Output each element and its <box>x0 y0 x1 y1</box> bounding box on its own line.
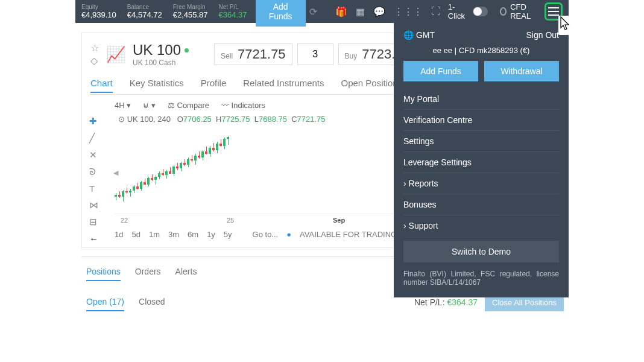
tab-positions[interactable]: Positions <box>86 263 121 281</box>
tab-open-positions[interactable]: Open Positions <box>341 78 402 93</box>
tab-orders[interactable]: Orders <box>135 263 161 281</box>
gift-icon[interactable]: 🎁 <box>335 6 347 17</box>
candle <box>115 135 117 202</box>
range-1y[interactable]: 1y <box>207 230 215 239</box>
candle <box>209 135 211 202</box>
candle <box>118 135 121 202</box>
quantity-input[interactable]: 3 <box>297 43 333 65</box>
brush-tool-icon[interactable]: ᘐ <box>89 167 98 177</box>
candle <box>201 135 204 202</box>
range-5y[interactable]: 5y <box>224 230 232 239</box>
netpl-value: €364.37 <box>219 10 247 19</box>
text-tool-icon[interactable]: T <box>89 183 98 194</box>
cursor-icon <box>558 16 572 35</box>
candle <box>183 135 186 202</box>
free-margin-value: €2,455.87 <box>173 10 208 19</box>
range-1d[interactable]: 1d <box>115 230 123 239</box>
account-metrics: Equity €4,939.10 Balance €4,574.72 Free … <box>81 4 247 19</box>
trend-icon: 📈 <box>106 45 125 64</box>
candle <box>180 135 182 202</box>
candle <box>198 135 200 202</box>
measure-tool-icon[interactable]: ⊟ <box>89 217 98 227</box>
tab-chart[interactable]: Chart <box>90 78 113 93</box>
candle <box>147 135 150 202</box>
favorite-icon[interactable]: ☆ <box>90 42 99 54</box>
menu-item-support[interactable]: › Support <box>403 215 559 236</box>
candle <box>140 135 142 202</box>
sell-button[interactable]: Sell 7721.75 <box>214 43 292 65</box>
tab-key-statistics[interactable]: Key Statistics <box>130 78 184 93</box>
netpl-footer-value: €364.37 <box>447 297 478 307</box>
menu-withdrawal-button[interactable]: Withdrawal <box>484 61 559 81</box>
bookmark-icon[interactable]: ◇ <box>90 55 99 66</box>
fork-tool-icon[interactable]: ✕ <box>89 150 98 160</box>
netpl-footer-label: Net P/L: <box>414 297 445 307</box>
tab-related[interactable]: Related Instruments <box>243 78 324 93</box>
pattern-tool-icon[interactable]: ⋈ <box>89 200 98 211</box>
candle-style-select[interactable]: ⊍ ▾ <box>143 101 156 110</box>
menu-item-myportal[interactable]: My Portal <box>403 89 559 109</box>
candle <box>187 135 189 202</box>
tab-profile[interactable]: Profile <box>201 78 227 93</box>
candle <box>158 135 160 202</box>
instrument-name: UK 100 <box>133 42 181 59</box>
market-open-icon <box>185 48 189 52</box>
top-bar: Equity €4,939.10 Balance €4,574.72 Free … <box>75 0 569 23</box>
back-arrow-icon[interactable]: ← <box>89 233 98 244</box>
switch-to-demo-button[interactable]: Switch to Demo <box>403 241 559 262</box>
candle <box>227 135 229 202</box>
grid-icon[interactable]: ⋮⋮⋮ <box>394 6 423 17</box>
account-indicator-icon <box>500 7 507 16</box>
candle <box>151 135 153 202</box>
candle <box>219 135 222 202</box>
refresh-icon[interactable]: ⟳ <box>309 6 317 17</box>
menu-item-bonuses[interactable]: Bonuses <box>403 194 559 215</box>
range-1m[interactable]: 1m <box>149 230 160 239</box>
menu-add-funds-button[interactable]: Add Funds <box>403 61 478 81</box>
drawing-tools: ✚ ╱ ✕ ᘐ T ⋈ ⊟ ← <box>89 116 98 244</box>
timeframe-select[interactable]: 4H ▾ <box>115 101 131 110</box>
candle <box>172 135 175 202</box>
subtab-closed[interactable]: Closed <box>139 293 165 311</box>
tab-alerts[interactable]: Alerts <box>175 263 197 281</box>
oneclick-toggle[interactable] <box>473 7 488 16</box>
sign-out-link[interactable]: Sign Out <box>526 30 559 40</box>
oneclick-label: 1-Click <box>448 2 468 21</box>
cross-tool-icon[interactable]: ✚ <box>89 116 98 127</box>
layout-icon[interactable]: ▦ <box>356 6 365 17</box>
candle <box>216 135 218 202</box>
menu-item-leverage[interactable]: Leverage Settings <box>403 151 559 173</box>
add-funds-button[interactable]: Add Funds <box>256 0 306 27</box>
free-margin-label: Free Margin <box>173 4 208 10</box>
subtab-open[interactable]: Open (17) <box>86 293 124 311</box>
candle <box>191 135 193 202</box>
account-type-label: CFD REAL <box>510 2 538 21</box>
instrument-subtitle: UK 100 Cash <box>133 59 189 67</box>
fullscreen-icon[interactable]: ⛶ <box>431 6 441 17</box>
candle <box>162 135 164 202</box>
menu-item-verification[interactable]: Verification Centre <box>403 109 559 130</box>
menu-item-settings[interactable]: Settings <box>403 130 559 151</box>
candle <box>125 135 128 202</box>
line-tool-icon[interactable]: ╱ <box>89 133 98 144</box>
goto-date[interactable]: Go to... <box>253 230 279 239</box>
range-5d[interactable]: 5d <box>131 230 140 239</box>
available-trading-label: AVAILABLE FOR TRADING <box>300 230 397 239</box>
range-3m[interactable]: 3m <box>168 230 179 239</box>
indicators-button[interactable]: 〰 Indicators <box>221 101 265 110</box>
user-info: ee ee | CFD mk2858293 (€) <box>403 46 559 55</box>
compare-button[interactable]: ⚖ Compare <box>168 101 209 110</box>
timezone-label[interactable]: 🌐 GMT <box>403 30 435 40</box>
candle <box>205 135 207 202</box>
candle <box>223 135 226 202</box>
candle <box>165 135 168 202</box>
message-icon[interactable]: 💬 <box>373 6 385 17</box>
sell-price: 7721.75 <box>238 46 286 62</box>
equity-value: €4,939.10 <box>81 10 116 19</box>
candle <box>129 135 131 202</box>
main-menu-dropdown: 🌐 GMT Sign Out ee ee | CFD mk2858293 (€)… <box>394 23 569 297</box>
netpl-label: Net P/L <box>219 4 247 10</box>
menu-item-reports[interactable]: › Reports <box>403 173 559 194</box>
range-6m[interactable]: 6m <box>188 230 198 239</box>
candle <box>169 135 171 202</box>
